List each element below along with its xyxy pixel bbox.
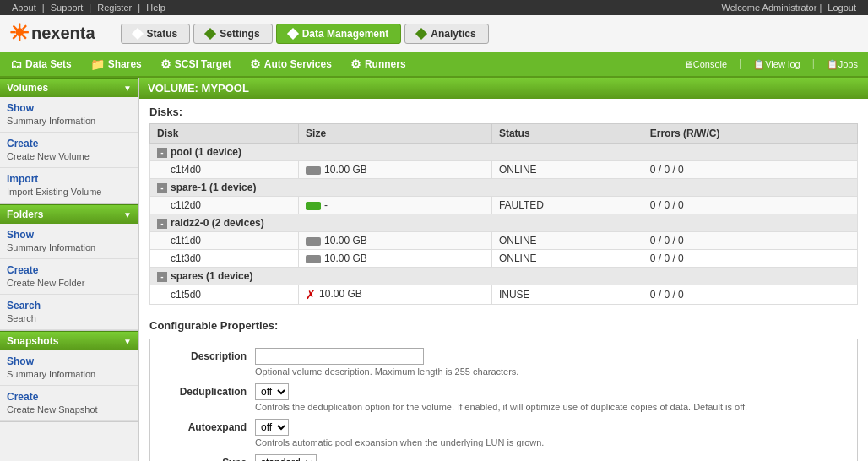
folders-show-desc: Summary Information <box>7 242 95 252</box>
disks-section: Disks: Disk Size Status Errors (R/W/C) -… <box>139 99 868 312</box>
nav-scsi-target[interactable]: ⚙ SCSI Target <box>157 56 235 73</box>
table-row: c1t4d010.00 GBONLINE0 / 0 / 0 <box>150 161 858 179</box>
folders-show-group: Show Summary Information <box>0 224 138 259</box>
nav-jobs[interactable]: 📋 Jobs <box>823 57 861 72</box>
autoexpand-select[interactable]: off on <box>255 419 289 436</box>
nav-console[interactable]: 🖥 Console <box>681 57 730 72</box>
tab-settings-diamond <box>204 27 216 39</box>
volumes-create-link[interactable]: Create <box>7 138 132 149</box>
snapshots-collapse-arrow: ▼ <box>123 337 132 346</box>
shares-icon: 📁 <box>90 57 105 71</box>
autoservices-icon: ⚙ <box>250 57 261 71</box>
sync-label: Sync <box>162 454 255 461</box>
top-navigation-bar: About | Support | Register | Help Welcom… <box>0 0 868 15</box>
welcome-text: Welcome Administrator <box>721 3 816 13</box>
folders-collapse-arrow: ▼ <box>123 210 132 220</box>
snapshots-create-link[interactable]: Create <box>7 391 132 403</box>
volumes-collapse-arrow: ▼ <box>123 84 132 93</box>
tab-settings[interactable]: Settings <box>193 24 272 44</box>
sync-select-wrap: standard always disabled <box>255 454 845 461</box>
sidebar-section-folders: Folders ▼ Show Summary Information Creat… <box>0 204 138 331</box>
deduplication-row: Deduplication off on Controls the dedupl… <box>162 383 845 412</box>
about-link[interactable]: About <box>12 3 36 13</box>
tab-analytics[interactable]: Analytics <box>404 24 488 44</box>
tab-status-diamond <box>132 27 144 39</box>
col-errors: Errors (R/W/C) <box>643 124 857 144</box>
sidebar-section-snapshots: Snapshots ▼ Show Summary Information Cre… <box>0 331 138 422</box>
snapshots-section-header[interactable]: Snapshots ▼ <box>0 331 138 350</box>
description-input[interactable] <box>255 348 424 365</box>
tab-status[interactable]: Status <box>121 24 191 44</box>
col-status: Status <box>491 124 643 144</box>
runners-icon: ⚙ <box>350 57 361 71</box>
volumes-section-header[interactable]: Volumes ▼ <box>0 78 138 97</box>
nav-runners[interactable]: ⚙ Runners <box>347 56 410 73</box>
disk-group-row: -spares (1 device) <box>150 268 858 285</box>
main-nav-tabs: Status Settings Data Management Analytic… <box>121 24 489 44</box>
logo-bar: ☀ nexenta Status Settings Data Managemen… <box>0 15 868 52</box>
disks-heading: Disks: <box>149 106 858 118</box>
logo: ☀ nexenta <box>8 19 95 47</box>
volume-title: VOLUME: MYPOOL <box>139 78 868 99</box>
config-heading: Configurable Properties: <box>149 319 858 332</box>
logout-link[interactable]: Logout <box>827 3 856 13</box>
jobs-icon: 📋 <box>827 59 838 70</box>
disk-table: Disk Size Status Errors (R/W/C) -pool (1… <box>149 123 858 305</box>
scsi-icon: ⚙ <box>160 57 171 71</box>
snapshots-show-desc: Summary Information <box>7 369 95 379</box>
col-disk: Disk <box>150 124 299 144</box>
description-row: Description Optional volume description.… <box>162 348 845 377</box>
snapshots-create-desc: Create New Snapshot <box>7 404 98 415</box>
nav-viewlog[interactable]: 📋 View log <box>750 57 803 72</box>
autoexpand-row: Autoexpand off on Controls automatic poo… <box>162 419 845 447</box>
description-hint: Optional volume description. Maximum len… <box>255 366 845 377</box>
console-icon: 🖥 <box>684 59 693 69</box>
col-size: Size <box>299 124 492 144</box>
folders-section-header[interactable]: Folders ▼ <box>0 204 138 224</box>
nav-shares[interactable]: 📁 Shares <box>87 56 145 73</box>
nav-auto-services[interactable]: ⚙ Auto Services <box>247 56 335 73</box>
sync-row: Sync standard always disabled Controls s… <box>162 454 845 461</box>
register-link[interactable]: Register <box>97 3 132 13</box>
content-area: VOLUME: MYPOOL Disks: Disk Size Status E… <box>139 78 868 461</box>
config-section: Configurable Properties: Description Opt… <box>139 312 868 461</box>
config-form: Description Optional volume description.… <box>149 339 858 461</box>
volumes-import-link[interactable]: Import <box>7 173 132 185</box>
top-right-links: Welcome Administrator | Logout <box>721 3 860 13</box>
folders-search-link[interactable]: Search <box>7 300 132 312</box>
deduplication-select[interactable]: off on <box>255 383 289 400</box>
folders-create-link[interactable]: Create <box>7 264 132 276</box>
brand-name: nexenta <box>31 24 95 43</box>
description-label: Description <box>162 348 255 362</box>
volumes-show-group: Show Summary Information <box>0 97 138 133</box>
tab-analytics-diamond <box>415 27 427 39</box>
volumes-show-link[interactable]: Show <box>7 102 132 114</box>
folders-search-group: Search Search <box>0 295 138 330</box>
support-link[interactable]: Support <box>51 3 84 13</box>
volumes-create-desc: Create New Volume <box>7 151 90 161</box>
folders-search-desc: Search <box>7 313 36 323</box>
secondary-nav: 🗂 Data Sets 📁 Shares ⚙ SCSI Target ⚙ Aut… <box>0 52 868 78</box>
deduplication-select-wrap: off on <box>255 383 845 400</box>
folders-show-link[interactable]: Show <box>7 229 132 241</box>
disk-group-row: -raidz2-0 (2 devices) <box>150 214 858 232</box>
snapshots-create-group: Create Create New Snapshot <box>0 386 138 421</box>
deduplication-hint: Controls the deduplication option for th… <box>255 402 845 412</box>
volumes-import-group: Import Import Existing Volume <box>0 168 138 203</box>
disk-group-row: -pool (1 device) <box>150 144 858 161</box>
sync-select[interactable]: standard always disabled <box>255 454 317 461</box>
help-link[interactable]: Help <box>146 3 165 13</box>
tab-data-management[interactable]: Data Management <box>276 24 402 44</box>
datasets-icon: 🗂 <box>10 57 22 71</box>
table-row: c1t5d0✗10.00 GBINUSE0 / 0 / 0 <box>150 285 858 305</box>
nav-datasets[interactable]: 🗂 Data Sets <box>7 56 75 73</box>
table-row: c1t1d010.00 GBONLINE0 / 0 / 0 <box>150 232 858 250</box>
table-row: c1t2d0-FAULTED0 / 0 / 0 <box>150 197 858 214</box>
viewlog-icon: 📋 <box>753 59 765 70</box>
volumes-import-desc: Import Existing Volume <box>7 187 102 197</box>
volumes-create-group: Create Create New Volume <box>0 133 138 168</box>
snapshots-show-link[interactable]: Show <box>7 355 132 367</box>
autoexpand-hint: Controls automatic pool expansion when t… <box>255 437 845 447</box>
autoexpand-select-wrap: off on <box>255 419 845 436</box>
sun-icon: ☀ <box>8 19 30 47</box>
